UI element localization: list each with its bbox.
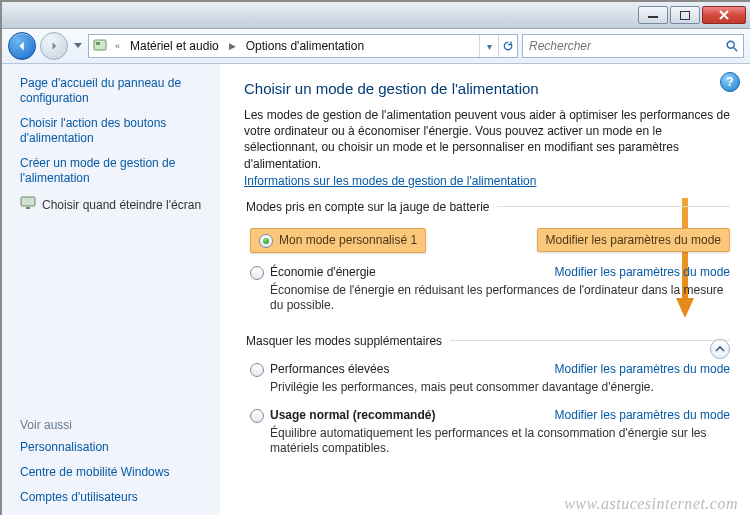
plan-eco-radio[interactable] <box>250 266 264 280</box>
svg-rect-1 <box>96 42 100 45</box>
page-title: Choisir un mode de gestion de l'alimenta… <box>244 80 730 97</box>
address-bar[interactable]: « Matériel et audio ▶ Options d'alimenta… <box>88 34 518 58</box>
plan-custom-name: Mon mode personnalisé 1 <box>279 233 417 247</box>
plan-custom: Mon mode personnalisé 1 Modifier les par… <box>244 224 730 261</box>
plan-normal-radio[interactable] <box>250 409 264 423</box>
breadcrumb-hardware[interactable]: Matériel et audio <box>126 35 223 57</box>
sidebar-link-screen-off[interactable]: Choisir quand éteindre l'écran <box>20 196 208 213</box>
breadcrumb-sep: ▶ <box>223 35 242 57</box>
plan-eco-detail: Économise de l'énergie en réduisant les … <box>270 283 730 314</box>
see-also-mobility[interactable]: Centre de mobilité Windows <box>20 465 208 480</box>
plan-custom-radio[interactable] <box>259 234 273 248</box>
breadcrumb-power[interactable]: Options d'alimentation <box>242 35 368 57</box>
plan-custom-modify-link[interactable]: Modifier les paramètres du mode <box>537 228 730 252</box>
plan-eco-modify-link[interactable]: Modifier les paramètres du mode <box>555 265 730 279</box>
search-icon[interactable] <box>721 39 743 53</box>
history-dropdown[interactable] <box>72 34 84 58</box>
control-panel-icon <box>91 38 109 54</box>
sidebar-link-button-action[interactable]: Choisir l'action des boutons d'alimentat… <box>20 116 208 146</box>
main-content: ? Choisir un mode de gestion de l'alimen… <box>220 64 750 515</box>
plan-perf-name: Performances élevées <box>270 362 389 376</box>
refresh-button[interactable] <box>498 35 517 57</box>
sidebar: Page d'accueil du panneau de configurati… <box>2 64 220 515</box>
search-input[interactable] <box>523 35 721 57</box>
plan-normal-name: Usage normal (recommandé) <box>270 408 435 422</box>
monitor-icon <box>20 196 36 213</box>
search-box[interactable] <box>522 34 744 58</box>
help-icon[interactable]: ? <box>720 72 740 92</box>
svg-rect-5 <box>26 207 30 209</box>
address-dropdown-icon[interactable]: ▾ <box>479 35 498 57</box>
section-battery-plans-legend: Modes pris en compte sur la jauge de bat… <box>244 200 497 214</box>
sidebar-link-create-plan[interactable]: Créer un mode de gestion de l'alimentati… <box>20 156 208 186</box>
forward-button[interactable] <box>40 32 68 60</box>
section-extra-plans-legend: Masquer les modes supplémentaires <box>244 334 450 348</box>
plan-normal-detail: Équilibre automatiquement les performanc… <box>270 426 730 457</box>
watermark: www.astucesinternet.com <box>564 495 738 513</box>
see-also-heading: Voir aussi <box>20 418 208 432</box>
minimize-button[interactable] <box>638 6 668 24</box>
plan-custom-highlight: Mon mode personnalisé 1 <box>250 228 426 253</box>
collapse-button[interactable] <box>710 339 730 359</box>
svg-line-3 <box>734 48 738 52</box>
page-description: Les modes de gestion de l'alimentation p… <box>244 107 730 172</box>
navigation-bar: « Matériel et audio ▶ Options d'alimenta… <box>2 29 750 64</box>
sidebar-link-screen-off-label: Choisir quand éteindre l'écran <box>42 198 201 212</box>
see-also-accounts[interactable]: Comptes d'utilisateurs <box>20 490 208 505</box>
breadcrumb-root-chevron[interactable]: « <box>109 35 126 57</box>
svg-rect-4 <box>21 197 35 206</box>
section-battery-plans: Modes pris en compte sur la jauge de bat… <box>244 200 730 322</box>
back-button[interactable] <box>8 32 36 60</box>
plan-perf: Performances élevées Modifier les paramè… <box>244 358 730 404</box>
plan-normal-modify-link[interactable]: Modifier les paramètres du mode <box>555 408 730 422</box>
plan-eco-name: Économie d'énergie <box>270 265 376 279</box>
plan-perf-modify-link[interactable]: Modifier les paramètres du mode <box>555 362 730 376</box>
see-also-personalisation[interactable]: Personnalisation <box>20 440 208 455</box>
plan-perf-radio[interactable] <box>250 363 264 377</box>
close-button[interactable] <box>702 6 746 24</box>
plan-perf-detail: Privilégie les performances, mais peut c… <box>270 380 730 396</box>
plan-eco: Économie d'énergie Modifier les paramètr… <box>244 261 730 322</box>
window-titlebar <box>2 2 750 29</box>
maximize-button[interactable] <box>670 6 700 24</box>
info-link[interactable]: Informations sur les modes de gestion de… <box>244 174 536 188</box>
svg-point-2 <box>727 41 734 48</box>
sidebar-link-home[interactable]: Page d'accueil du panneau de configurati… <box>20 76 208 106</box>
plan-normal: Usage normal (recommandé) Modifier les p… <box>244 404 730 465</box>
section-extra-plans: Masquer les modes supplémentaires Perfor… <box>244 334 730 465</box>
